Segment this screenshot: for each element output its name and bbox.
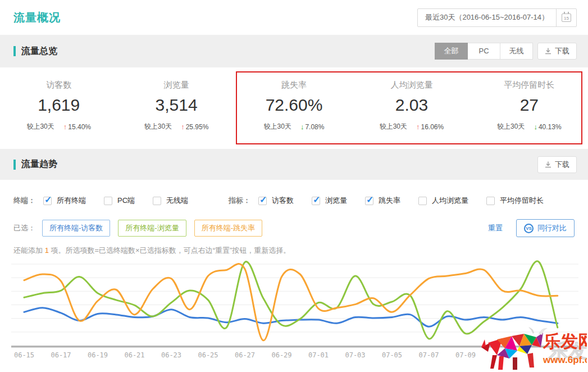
peer-compare-label: 同行对比 [537, 223, 567, 233]
hint-remaining-count: 1 [45, 246, 49, 255]
section-marker [13, 46, 16, 56]
down-arrow-icon: ↓ [300, 123, 304, 131]
stat-value: 3,514 [117, 96, 235, 115]
page-title: 流量概况 [13, 10, 61, 25]
stat-value: 2.03 [353, 96, 470, 115]
section-marker [13, 160, 16, 170]
selected-row: 已选： 所有终端-访客数 所有终端-浏览量 所有终端-跳失率 重置 VS 同行对… [0, 219, 588, 237]
trend-section-title: 流量趋势 [13, 158, 57, 170]
download-icon [545, 48, 551, 55]
checkbox-icon[interactable] [258, 197, 267, 205]
checkbox-label: 无线端 [166, 196, 188, 206]
stat-label: 跳失率 [235, 80, 353, 90]
x-tick-label: 06-29 [271, 351, 291, 359]
stats-row: 访客数 1,619 较上30天↑15.40% 浏览量 3,514 较上30天↑2… [0, 67, 588, 149]
download-button-label: 下载 [555, 160, 569, 170]
checkbox-icon[interactable] [43, 197, 52, 205]
overview-section-title: 流量总览 [13, 46, 57, 57]
series-line-所有终端-浏览量 [24, 261, 558, 339]
checkbox-wireless-terminal[interactable]: 无线端 [153, 196, 188, 206]
x-tick-label: 06-21 [124, 351, 144, 359]
download-icon [545, 161, 551, 168]
terminal-tabs: 全部 PC 无线 [435, 43, 533, 60]
trend-download-button[interactable]: 下载 [537, 156, 577, 173]
calendar-button[interactable]: 15 [556, 9, 576, 26]
checkbox-label: 所有终端 [57, 196, 86, 206]
stat-change: 25.95% [186, 123, 209, 131]
x-tick-label: 06-27 [235, 351, 255, 359]
selection-hint: 还能添加 1 项。所选项数=已选终端数×已选指标数，可点右边“重置”按钮，重新选… [0, 246, 588, 256]
trend-line-chart: 06-1506-1706-1906-2106-2306-2506-2706-29… [11, 257, 578, 370]
stat-value: 72.60% [235, 96, 353, 115]
checkbox-label: 人均浏览量 [432, 196, 468, 206]
stat-compare-label: 较上30天 [264, 122, 291, 131]
stat-label: 访客数 [0, 80, 117, 90]
tab-pc[interactable]: PC [467, 43, 500, 60]
date-range-picker[interactable]: 最近30天（2016-06-15~2016-07-14） 15 [417, 8, 577, 27]
checkbox-icon[interactable] [486, 197, 495, 205]
x-tick-label: 06-15 [14, 351, 34, 359]
filter-row: 终端： 所有终端 PC端 无线端 指标： 访客数 浏览量 跳失率 人均浏览量 平… [0, 192, 588, 209]
up-arrow-icon: ↑ [416, 123, 420, 131]
overview-download-button[interactable]: 下载 [537, 43, 577, 60]
stat-change: 7.08% [305, 123, 324, 131]
stat-change: 40.13% [539, 123, 562, 131]
checkbox-icon[interactable] [365, 197, 373, 205]
stat-compare-label: 较上30天 [497, 122, 525, 131]
checkbox-icon[interactable] [104, 197, 112, 205]
checkbox-bounce-rate[interactable]: 跳失率 [365, 196, 400, 206]
stat-change: 15.40% [68, 123, 91, 131]
x-tick-label: 06-25 [198, 351, 218, 359]
chart-canvas: 06-1506-1706-1906-2106-2306-2506-2706-29… [11, 257, 578, 370]
stat-compare-label: 较上30天 [26, 122, 54, 131]
stat-bounce-rate: 跳失率 72.60% 较上30天↓7.08% [235, 67, 353, 149]
peer-compare-button[interactable]: VS 同行对比 [516, 219, 575, 237]
x-tick-label: 07-05 [382, 351, 402, 359]
stat-visitors: 访客数 1,619 较上30天↑15.40% [0, 67, 117, 149]
x-tick-label: 06-17 [51, 351, 71, 359]
checkbox-avg-stay-time[interactable]: 平均停留时长 [486, 196, 544, 206]
terminal-group-label: 终端： [13, 196, 35, 206]
reset-link[interactable]: 重置 [488, 223, 503, 233]
x-tick-label: 07-03 [345, 351, 365, 359]
checkbox-icon[interactable] [312, 197, 320, 205]
x-axis-line [11, 346, 578, 348]
x-tick-label: 06-23 [161, 351, 181, 359]
trend-section-bar: 流量趋势 下载 [0, 149, 588, 180]
checkbox-icon[interactable] [418, 197, 427, 205]
trend-section-title-label: 流量趋势 [21, 158, 57, 170]
selected-tag-visitors[interactable]: 所有终端-访客数 [42, 220, 110, 237]
stat-pageviews: 浏览量 3,514 较上30天↑25.95% [117, 67, 235, 149]
selected-tag-bounce-rate[interactable]: 所有终端-跳失率 [194, 220, 262, 237]
calendar-icon: 15 [562, 13, 571, 22]
checkbox-label: 平均停留时长 [500, 196, 544, 206]
x-tick-label: 07-07 [418, 351, 439, 359]
checkbox-visitors[interactable]: 访客数 [258, 196, 294, 206]
series-line-所有终端-跳失率 [24, 264, 558, 340]
tab-wireless[interactable]: 无线 [500, 43, 533, 60]
metric-group-label: 指标： [229, 196, 250, 206]
x-tick-label: 07-01 [308, 351, 329, 359]
stat-label: 人均浏览量 [353, 80, 470, 90]
x-tick-label: 07-09 [455, 351, 476, 359]
x-tick-label: 06-19 [88, 351, 108, 359]
checkbox-icon[interactable] [153, 197, 161, 205]
stat-avg-stay-time: 平均停留时长 27 较上30天↓40.13% [471, 67, 588, 149]
checkbox-pages-per-visitor[interactable]: 人均浏览量 [418, 196, 468, 206]
up-arrow-icon: ↑ [63, 123, 67, 131]
tab-all[interactable]: 全部 [435, 43, 468, 60]
checkbox-all-terminals[interactable]: 所有终端 [43, 196, 86, 206]
checkbox-pageviews[interactable]: 浏览量 [312, 196, 347, 206]
selected-label: 已选： [13, 223, 35, 233]
stat-compare-label: 较上30天 [144, 122, 172, 131]
selected-tag-pageviews[interactable]: 所有终端-浏览量 [118, 220, 186, 237]
stat-compare-label: 较上30天 [380, 122, 407, 131]
down-arrow-icon: ↓ [534, 123, 537, 131]
vs-icon: VS [524, 224, 534, 233]
download-button-label: 下载 [555, 46, 569, 56]
checkbox-pc-terminal[interactable]: PC端 [104, 196, 135, 206]
overview-section-title-label: 流量总览 [21, 46, 57, 57]
overview-section-bar: 流量总览 全部 PC 无线 下载 [0, 35, 588, 67]
stat-value: 27 [471, 96, 588, 115]
stat-value: 1,619 [0, 96, 117, 115]
